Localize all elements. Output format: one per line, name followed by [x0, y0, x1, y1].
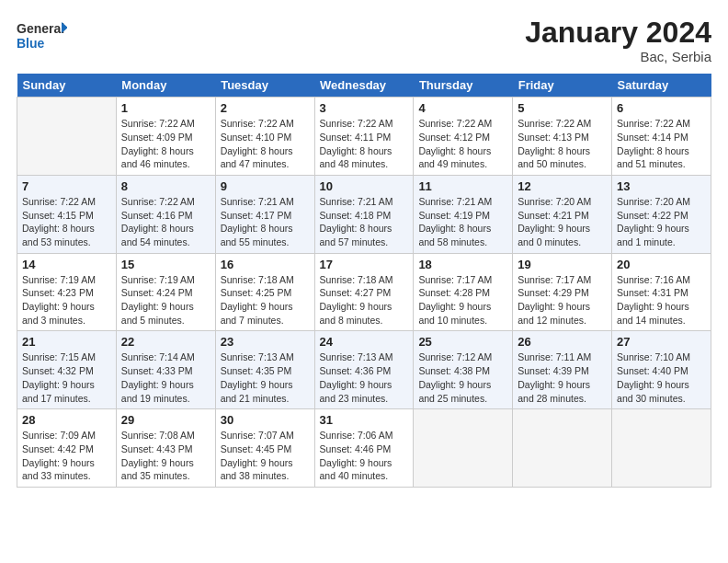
- day-cell: 22 Sunrise: 7:14 AM Sunset: 4:33 PM Dayl…: [116, 331, 215, 409]
- day-info: Sunrise: 7:11 AM Sunset: 4:39 PM Dayligh…: [518, 350, 607, 405]
- day-cell: 5 Sunrise: 7:22 AM Sunset: 4:13 PM Dayli…: [513, 98, 612, 176]
- logo-svg: General Blue: [17, 17, 67, 55]
- day-info: Sunrise: 7:14 AM Sunset: 4:33 PM Dayligh…: [121, 350, 210, 405]
- day-info: Sunrise: 7:13 AM Sunset: 4:35 PM Dayligh…: [221, 350, 310, 405]
- day-info: Sunrise: 7:15 AM Sunset: 4:32 PM Dayligh…: [22, 350, 111, 405]
- day-cell: 28 Sunrise: 7:09 AM Sunset: 4:42 PM Dayl…: [17, 409, 117, 488]
- day-info: Sunrise: 7:12 AM Sunset: 4:38 PM Dayligh…: [418, 350, 507, 405]
- location: Bac, Serbia: [525, 49, 711, 64]
- day-info: Sunrise: 7:18 AM Sunset: 4:25 PM Dayligh…: [221, 273, 310, 327]
- day-cell: [513, 409, 612, 488]
- day-cell: 23 Sunrise: 7:13 AM Sunset: 4:35 PM Dayl…: [215, 331, 314, 409]
- day-cell: 2 Sunrise: 7:22 AM Sunset: 4:10 PM Dayli…: [215, 98, 314, 176]
- day-cell: 9 Sunrise: 7:21 AM Sunset: 4:17 PM Dayli…: [215, 175, 314, 253]
- day-info: Sunrise: 7:21 AM Sunset: 4:19 PM Dayligh…: [418, 195, 507, 249]
- day-number: 3: [320, 101, 409, 115]
- weekday-header-tuesday: Tuesday: [215, 74, 314, 98]
- day-info: Sunrise: 7:09 AM Sunset: 4:42 PM Dayligh…: [22, 429, 111, 483]
- svg-text:General: General: [17, 21, 64, 36]
- day-number: 28: [22, 413, 111, 427]
- day-info: Sunrise: 7:19 AM Sunset: 4:24 PM Dayligh…: [121, 273, 210, 327]
- day-cell: 3 Sunrise: 7:22 AM Sunset: 4:11 PM Dayli…: [314, 98, 414, 176]
- day-number: 30: [221, 413, 310, 427]
- day-cell: 10 Sunrise: 7:21 AM Sunset: 4:18 PM Dayl…: [314, 175, 414, 253]
- weekday-header-row: SundayMondayTuesdayWednesdayThursdayFrid…: [17, 74, 711, 98]
- day-number: 19: [518, 258, 607, 271]
- day-cell: 12 Sunrise: 7:20 AM Sunset: 4:21 PM Dayl…: [513, 175, 612, 253]
- week-row-5: 28 Sunrise: 7:09 AM Sunset: 4:42 PM Dayl…: [17, 409, 711, 488]
- day-info: Sunrise: 7:13 AM Sunset: 4:36 PM Dayligh…: [320, 350, 409, 405]
- week-row-1: 1 Sunrise: 7:22 AM Sunset: 4:09 PM Dayli…: [17, 98, 711, 176]
- weekday-header-saturday: Saturday: [612, 74, 711, 98]
- day-number: 2: [221, 101, 310, 115]
- day-info: Sunrise: 7:21 AM Sunset: 4:17 PM Dayligh…: [221, 195, 310, 249]
- weekday-header-friday: Friday: [513, 74, 612, 98]
- weekday-header-thursday: Thursday: [414, 74, 513, 98]
- day-number: 8: [121, 179, 210, 193]
- day-info: Sunrise: 7:19 AM Sunset: 4:23 PM Dayligh…: [22, 273, 111, 327]
- weekday-header-monday: Monday: [116, 74, 215, 98]
- day-info: Sunrise: 7:10 AM Sunset: 4:40 PM Dayligh…: [617, 350, 706, 405]
- day-info: Sunrise: 7:22 AM Sunset: 4:12 PM Dayligh…: [418, 117, 507, 171]
- day-info: Sunrise: 7:22 AM Sunset: 4:10 PM Dayligh…: [221, 117, 310, 171]
- day-number: 29: [121, 413, 210, 427]
- day-number: 13: [617, 179, 706, 193]
- day-cell: 14 Sunrise: 7:19 AM Sunset: 4:23 PM Dayl…: [17, 253, 117, 331]
- day-number: 20: [617, 258, 706, 271]
- day-info: Sunrise: 7:22 AM Sunset: 4:16 PM Dayligh…: [121, 195, 210, 249]
- day-cell: 18 Sunrise: 7:17 AM Sunset: 4:28 PM Dayl…: [414, 253, 513, 331]
- day-info: Sunrise: 7:07 AM Sunset: 4:45 PM Dayligh…: [221, 429, 310, 483]
- day-number: 12: [518, 179, 607, 193]
- day-info: Sunrise: 7:22 AM Sunset: 4:09 PM Dayligh…: [121, 117, 210, 171]
- day-cell: [414, 409, 513, 488]
- day-cell: 19 Sunrise: 7:17 AM Sunset: 4:29 PM Dayl…: [513, 253, 612, 331]
- day-cell: 31 Sunrise: 7:06 AM Sunset: 4:46 PM Dayl…: [314, 409, 414, 488]
- week-row-2: 7 Sunrise: 7:22 AM Sunset: 4:15 PM Dayli…: [17, 175, 711, 253]
- week-row-3: 14 Sunrise: 7:19 AM Sunset: 4:23 PM Dayl…: [17, 253, 711, 331]
- day-cell: 29 Sunrise: 7:08 AM Sunset: 4:43 PM Dayl…: [116, 409, 215, 488]
- day-info: Sunrise: 7:22 AM Sunset: 4:15 PM Dayligh…: [22, 195, 111, 249]
- day-cell: 1 Sunrise: 7:22 AM Sunset: 4:09 PM Dayli…: [116, 98, 215, 176]
- day-info: Sunrise: 7:20 AM Sunset: 4:21 PM Dayligh…: [518, 195, 607, 249]
- day-number: 5: [518, 101, 607, 115]
- day-info: Sunrise: 7:22 AM Sunset: 4:14 PM Dayligh…: [617, 117, 706, 171]
- day-cell: 27 Sunrise: 7:10 AM Sunset: 4:40 PM Dayl…: [612, 331, 711, 409]
- day-cell: 15 Sunrise: 7:19 AM Sunset: 4:24 PM Dayl…: [116, 253, 215, 331]
- month-title: January 2024: [525, 17, 711, 49]
- day-number: 6: [617, 101, 706, 115]
- day-cell: 16 Sunrise: 7:18 AM Sunset: 4:25 PM Dayl…: [215, 253, 314, 331]
- day-number: 11: [418, 179, 507, 193]
- day-number: 9: [221, 179, 310, 193]
- day-cell: [612, 409, 711, 488]
- day-number: 23: [221, 335, 310, 349]
- day-number: 31: [320, 413, 409, 427]
- weekday-header-sunday: Sunday: [17, 74, 117, 98]
- svg-text:Blue: Blue: [17, 36, 45, 51]
- day-info: Sunrise: 7:06 AM Sunset: 4:46 PM Dayligh…: [320, 429, 409, 483]
- weekday-header-wednesday: Wednesday: [314, 74, 414, 98]
- calendar-table: SundayMondayTuesdayWednesdayThursdayFrid…: [17, 74, 711, 488]
- day-cell: 4 Sunrise: 7:22 AM Sunset: 4:12 PM Dayli…: [414, 98, 513, 176]
- week-row-4: 21 Sunrise: 7:15 AM Sunset: 4:32 PM Dayl…: [17, 331, 711, 409]
- day-info: Sunrise: 7:16 AM Sunset: 4:31 PM Dayligh…: [617, 273, 706, 327]
- day-number: 15: [121, 258, 210, 271]
- day-number: 17: [320, 258, 409, 271]
- day-number: 22: [121, 335, 210, 349]
- day-number: 26: [518, 335, 607, 349]
- day-number: 27: [617, 335, 706, 349]
- header: General Blue January 2024 Bac, Serbia: [17, 17, 711, 64]
- day-cell: 8 Sunrise: 7:22 AM Sunset: 4:16 PM Dayli…: [116, 175, 215, 253]
- day-cell: 6 Sunrise: 7:22 AM Sunset: 4:14 PM Dayli…: [612, 98, 711, 176]
- day-cell: 25 Sunrise: 7:12 AM Sunset: 4:38 PM Dayl…: [414, 331, 513, 409]
- day-cell: 20 Sunrise: 7:16 AM Sunset: 4:31 PM Dayl…: [612, 253, 711, 331]
- day-number: 18: [418, 258, 507, 271]
- day-cell: 7 Sunrise: 7:22 AM Sunset: 4:15 PM Dayli…: [17, 175, 117, 253]
- title-block: January 2024 Bac, Serbia: [525, 17, 711, 64]
- day-cell: 11 Sunrise: 7:21 AM Sunset: 4:19 PM Dayl…: [414, 175, 513, 253]
- day-info: Sunrise: 7:22 AM Sunset: 4:11 PM Dayligh…: [320, 117, 409, 171]
- day-number: 14: [22, 258, 111, 271]
- day-number: 7: [22, 179, 111, 193]
- day-number: 4: [418, 101, 507, 115]
- calendar-page: General Blue January 2024 Bac, Serbia Su…: [0, 0, 728, 563]
- day-info: Sunrise: 7:08 AM Sunset: 4:43 PM Dayligh…: [121, 429, 210, 483]
